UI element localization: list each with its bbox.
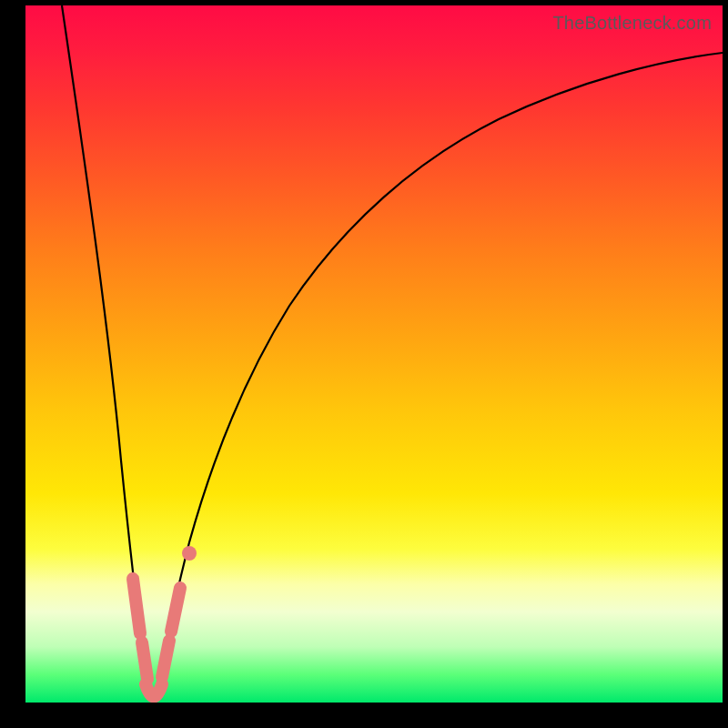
curve-right-branch [154,53,723,703]
marker-bottom-dip [146,684,162,697]
curve-layer [25,5,723,703]
marker-right-dot [182,546,197,561]
chart-frame: TheBottleneck.com [0,0,728,728]
marker-right-mid [171,588,180,632]
plot-area: TheBottleneck.com [25,5,723,703]
marker-left-upper [133,579,140,633]
marker-left-mid [142,642,147,679]
marker-right-lower [162,641,169,677]
